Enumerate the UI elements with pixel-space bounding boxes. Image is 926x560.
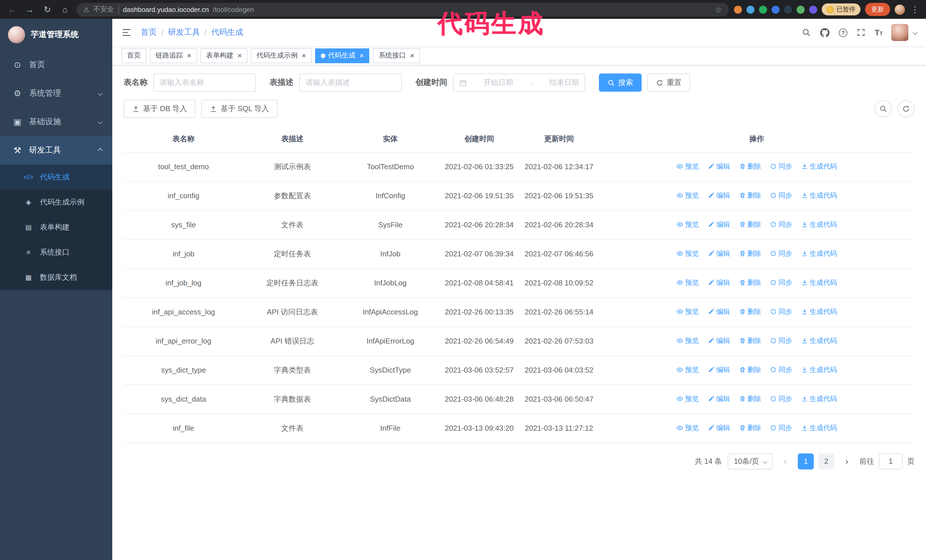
sync-link[interactable]: 同步 (770, 365, 792, 375)
sidebar-item-home[interactable]: ⊙ 首页 (0, 51, 112, 79)
sync-link[interactable]: 同步 (770, 161, 792, 172)
sync-link[interactable]: 同步 (770, 278, 792, 288)
extension-icon[interactable] (746, 5, 755, 14)
generate-code-link[interactable]: 生成代码 (801, 335, 837, 346)
user-avatar[interactable] (891, 24, 908, 41)
search-button[interactable]: 搜索 (599, 74, 642, 92)
sync-link[interactable]: 同步 (770, 306, 792, 317)
tab-close-icon[interactable]: × (410, 52, 414, 59)
extension-icon[interactable] (734, 5, 742, 14)
edit-link[interactable]: 编辑 (708, 423, 730, 433)
preview-link[interactable]: 预览 (677, 306, 699, 317)
sidebar-subitem[interactable]: ▤ 表单构建 (0, 215, 112, 240)
generate-code-link[interactable]: 生成代码 (801, 161, 837, 172)
extension-icon[interactable] (759, 5, 767, 14)
sidebar-toggle-icon[interactable] (121, 27, 132, 38)
tab-close-icon[interactable]: × (187, 52, 191, 59)
edit-link[interactable]: 编辑 (708, 190, 730, 201)
sidebar-item-infra[interactable]: ▣ 基础设施 (0, 108, 112, 136)
github-icon[interactable] (820, 27, 830, 38)
preview-link[interactable]: 预览 (677, 248, 699, 259)
extension-icon[interactable] (772, 5, 779, 14)
generate-code-link[interactable]: 生成代码 (801, 306, 837, 317)
delete-link[interactable]: 删除 (739, 161, 761, 172)
preview-link[interactable]: 预览 (677, 278, 699, 288)
browser-update-button[interactable]: 更新 (865, 3, 890, 16)
generate-code-link[interactable]: 生成代码 (801, 248, 837, 259)
generate-code-link[interactable]: 生成代码 (801, 219, 837, 229)
sync-link[interactable]: 同步 (770, 219, 792, 229)
edit-link[interactable]: 编辑 (708, 306, 730, 317)
sidebar-subitem[interactable]: ▦ 数据库文档 (0, 265, 112, 290)
tab[interactable]: 首页 × (121, 48, 147, 63)
delete-link[interactable]: 删除 (739, 190, 761, 201)
extension-icon[interactable] (784, 5, 792, 14)
preview-link[interactable]: 预览 (677, 335, 699, 346)
delete-link[interactable]: 删除 (739, 423, 761, 433)
preview-link[interactable]: 预览 (677, 365, 699, 375)
toggle-search-icon[interactable] (875, 100, 892, 117)
sidebar-subitem[interactable]: </> 代码生成 (0, 165, 112, 190)
preview-link[interactable]: 预览 (677, 219, 699, 229)
sync-link[interactable]: 同步 (770, 190, 792, 201)
import-db-button[interactable]: 基于 DB 导入 (124, 100, 196, 118)
generate-code-link[interactable]: 生成代码 (801, 423, 837, 433)
table-desc-input[interactable]: 请输入表描述 (299, 74, 402, 92)
reload-icon[interactable]: ↻ (41, 3, 54, 16)
sidebar-subitem[interactable]: ◈ 代码生成示例 (0, 190, 112, 215)
reset-button[interactable]: 重置 (648, 74, 690, 92)
preview-link[interactable]: 预览 (677, 190, 699, 201)
generate-code-link[interactable]: 生成代码 (801, 190, 837, 201)
address-bar[interactable]: ⚠ 不安全 dashboard.yudao.iocoder.cn /tool/c… (76, 3, 729, 16)
tab-close-icon[interactable]: × (301, 52, 306, 59)
sync-link[interactable]: 同步 (770, 335, 792, 346)
preview-link[interactable]: 预览 (677, 394, 699, 404)
paused-badge[interactable]: 已暂停 (822, 3, 861, 15)
delete-link[interactable]: 删除 (739, 394, 761, 404)
tab-close-icon[interactable]: × (238, 52, 242, 59)
sync-link[interactable]: 同步 (770, 423, 792, 433)
tab[interactable]: 系统接口 × (373, 48, 420, 63)
bookmark-star-icon[interactable]: ☆ (715, 5, 722, 14)
delete-link[interactable]: 删除 (739, 278, 761, 288)
date-range-picker[interactable]: 开始日期 - 结束日期 (453, 74, 585, 92)
extension-icon[interactable] (797, 5, 805, 14)
help-icon[interactable]: ? (839, 28, 847, 37)
edit-link[interactable]: 编辑 (708, 394, 730, 404)
back-icon[interactable]: ← (6, 3, 18, 16)
edit-link[interactable]: 编辑 (708, 278, 730, 288)
prev-page-button[interactable]: ‹ (778, 456, 792, 466)
search-icon[interactable] (801, 27, 811, 38)
tab[interactable]: 代码生成 × (315, 48, 369, 63)
tab-close-icon[interactable]: × (360, 52, 364, 59)
tab[interactable]: 链路追踪 × (150, 48, 197, 63)
browser-profile-avatar[interactable] (895, 4, 905, 15)
edit-link[interactable]: 编辑 (708, 219, 730, 229)
next-page-button[interactable]: › (840, 456, 853, 466)
preview-link[interactable]: 预览 (677, 423, 699, 433)
security-label[interactable]: 不安全 (94, 5, 119, 14)
generate-code-link[interactable]: 生成代码 (801, 278, 837, 288)
page-size-select[interactable]: 10条/页 (728, 453, 773, 469)
delete-link[interactable]: 删除 (739, 335, 761, 346)
preview-link[interactable]: 预览 (677, 161, 699, 172)
generate-code-link[interactable]: 生成代码 (801, 394, 837, 404)
app-logo-row[interactable]: 芋道管理系统 (0, 19, 112, 51)
edit-link[interactable]: 编辑 (708, 248, 730, 259)
sidebar-subitem[interactable]: ≡ 系统接口 (0, 240, 112, 265)
delete-link[interactable]: 删除 (739, 219, 761, 229)
sync-link[interactable]: 同步 (770, 248, 792, 259)
sync-link[interactable]: 同步 (770, 394, 792, 404)
edit-link[interactable]: 编辑 (708, 161, 730, 172)
avatar-caret-icon[interactable] (913, 30, 918, 35)
sidebar-item-system[interactable]: ⚙ 系统管理 (0, 79, 112, 108)
browser-menu-icon[interactable]: ⋮ (909, 4, 920, 15)
refresh-table-icon[interactable] (897, 100, 915, 117)
forward-icon[interactable]: → (23, 3, 36, 16)
home-icon[interactable]: ⌂ (59, 3, 71, 16)
tab[interactable]: 表单构建 × (200, 48, 247, 63)
goto-page-input[interactable]: 1 (879, 453, 903, 469)
extension-icon[interactable] (809, 5, 817, 14)
breadcrumb-devtools[interactable]: 研发工具 (168, 27, 200, 38)
page-number-button[interactable]: 1 (798, 453, 814, 469)
